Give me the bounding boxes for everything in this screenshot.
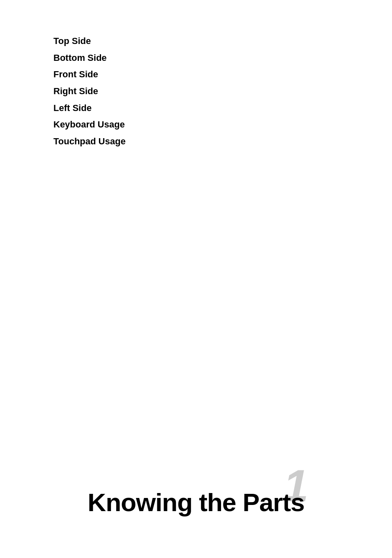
- nav-item-left-side[interactable]: Left Side: [53, 100, 126, 117]
- chapter-title: Knowing the Parts: [88, 488, 304, 516]
- nav-item-touchpad-usage[interactable]: Touchpad Usage: [53, 133, 126, 150]
- nav-item-keyboard-usage[interactable]: Keyboard Usage: [53, 116, 126, 133]
- nav-item-front-side[interactable]: Front Side: [53, 66, 126, 83]
- nav-item-right-side[interactable]: Right Side: [53, 83, 126, 100]
- nav-item-top-side[interactable]: Top Side: [53, 33, 126, 50]
- page-content: Top SideBottom SideFront SideRight SideL…: [0, 0, 392, 558]
- navigation-list: Top SideBottom SideFront SideRight SideL…: [53, 33, 126, 150]
- chapter-section: 1 Knowing the Parts: [0, 488, 392, 525]
- chapter-title-wrapper: 1 Knowing the Parts: [88, 488, 304, 517]
- nav-item-bottom-side[interactable]: Bottom Side: [53, 50, 126, 67]
